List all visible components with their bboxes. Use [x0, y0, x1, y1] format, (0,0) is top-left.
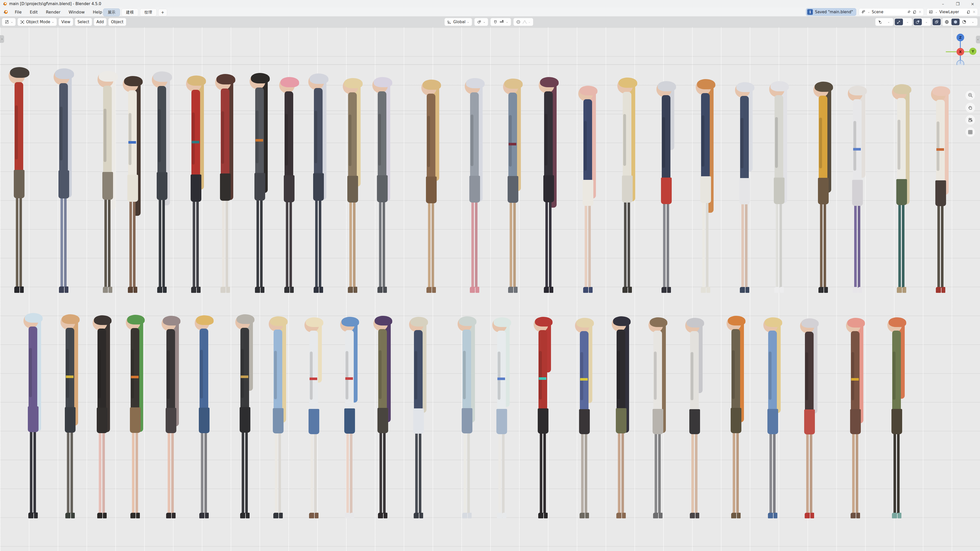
figure-shoe-back	[71, 513, 75, 518]
character-figure-r2-15[interactable]	[529, 317, 557, 518]
viewlayer-name: ViewLayer	[939, 10, 965, 14]
shading-wireframe-button[interactable]	[943, 19, 951, 25]
viewport-3d[interactable]: › ‹ Z X Y	[0, 27, 980, 551]
character-figure-r2-12[interactable]	[404, 317, 433, 518]
character-figure-r1-1[interactable]	[5, 67, 33, 293]
figure-leg-front	[691, 433, 694, 513]
character-figure-r1-25[interactable]	[888, 84, 916, 293]
selectability-filter-button[interactable]	[876, 19, 884, 25]
character-figure-r2-11[interactable]	[369, 316, 397, 518]
navigation-gizmo[interactable]: Z X Y	[944, 32, 977, 65]
character-figure-r2-22[interactable]	[795, 318, 824, 518]
blender-menu-icon[interactable]	[3, 10, 8, 14]
character-figure-r1-5[interactable]	[148, 71, 176, 293]
editor-type-button[interactable]: ⌄	[2, 18, 16, 26]
figure-hips	[891, 409, 902, 434]
character-figure-r2-18[interactable]	[644, 318, 672, 518]
character-figure-r2-8[interactable]	[264, 316, 292, 518]
proportional-editing-controls[interactable]: ⌄	[514, 18, 533, 26]
character-figure-r1-2[interactable]	[50, 68, 78, 293]
camera-view-button[interactable]	[966, 115, 975, 125]
mode-selector[interactable]: Object Mode ⌄	[18, 18, 57, 26]
character-figure-r2-17[interactable]	[607, 316, 635, 518]
transform-orientation-selector[interactable]: Global ⌄	[445, 18, 472, 26]
gizmo-dropdown[interactable]: ⌄	[904, 19, 912, 25]
character-figure-r2-13[interactable]	[453, 316, 481, 518]
workspace-tab-1[interactable]: 展示	[103, 8, 120, 16]
character-figure-r1-18[interactable]	[613, 78, 641, 293]
character-figure-r1-26[interactable]	[927, 86, 955, 293]
character-figure-r2-20[interactable]	[722, 316, 750, 518]
selectability-dropdown[interactable]: ⌄	[885, 19, 893, 25]
main-menu-render[interactable]: Render	[43, 9, 64, 16]
pin-icon[interactable]	[907, 10, 911, 14]
character-figure-r1-10[interactable]	[304, 73, 332, 293]
character-figure-r1-24[interactable]	[843, 86, 872, 293]
character-figure-r1-21[interactable]	[731, 82, 759, 293]
character-figure-r1-19[interactable]	[652, 81, 680, 293]
close-button[interactable]: ×	[965, 0, 980, 8]
character-figure-r1-3[interactable]	[94, 71, 122, 293]
toolbar-expand-tab[interactable]: ›	[0, 35, 4, 43]
overlays-dropdown[interactable]: ⌄	[922, 19, 931, 25]
character-figure-r2-2[interactable]	[56, 314, 84, 518]
viewlayer-selector[interactable]: ⌄ ViewLayer ✕	[926, 8, 978, 16]
figure-leg-front	[428, 202, 431, 287]
character-figure-r2-4[interactable]	[121, 315, 149, 518]
pivot-point-selector[interactable]: ⌄	[474, 18, 488, 26]
ortho-toggle-button[interactable]	[966, 127, 975, 137]
workspace-tab-2[interactable]: 建模	[121, 8, 138, 16]
character-figure-r1-4[interactable]	[119, 76, 147, 293]
character-figure-r1-20[interactable]	[692, 79, 720, 293]
character-figure-r2-1[interactable]	[19, 313, 47, 518]
viewport-menu-select[interactable]: Select	[75, 18, 92, 26]
minimize-button[interactable]: –	[935, 0, 950, 8]
character-figure-r2-14[interactable]	[488, 318, 516, 518]
character-figure-r2-9[interactable]	[300, 318, 328, 518]
character-figure-r1-17[interactable]	[574, 86, 602, 293]
character-figure-r1-8[interactable]	[246, 73, 274, 293]
main-menu-window[interactable]: Window	[65, 9, 88, 16]
pan-button[interactable]	[966, 103, 975, 113]
zoom-button[interactable]	[966, 91, 975, 100]
viewport-menu-object[interactable]: Object	[108, 18, 126, 26]
character-figure-r1-15[interactable]	[499, 79, 527, 293]
main-menu-edit[interactable]: Edit	[27, 9, 41, 16]
character-figure-r2-21[interactable]	[759, 318, 787, 518]
character-figure-r1-9[interactable]	[275, 77, 303, 293]
show-overlays-toggle[interactable]	[914, 19, 922, 25]
character-figure-r1-22[interactable]	[765, 81, 793, 293]
character-figure-r2-6[interactable]	[190, 315, 218, 518]
shading-solid-button[interactable]	[951, 19, 959, 25]
character-figure-r1-14[interactable]	[461, 78, 489, 293]
shading-material-button[interactable]	[960, 19, 968, 25]
character-figure-r2-24[interactable]	[883, 318, 911, 518]
character-figure-r1-7[interactable]	[211, 74, 239, 293]
character-figure-r1-6[interactable]	[182, 76, 210, 293]
character-figure-r1-16[interactable]	[535, 77, 563, 293]
restore-button[interactable]: ❐	[950, 0, 965, 8]
character-figure-r1-11[interactable]	[339, 78, 367, 293]
character-figure-r2-5[interactable]	[157, 316, 185, 518]
shading-dropdown[interactable]: ⌄	[969, 19, 977, 25]
character-figure-r1-12[interactable]	[368, 77, 396, 293]
character-figure-r2-3[interactable]	[88, 315, 116, 518]
workspace-tab-3[interactable]: 纹理	[140, 8, 157, 16]
viewport-menu-view[interactable]: View	[59, 18, 73, 26]
add-workspace-button[interactable]: +	[158, 9, 167, 16]
snapping-controls[interactable]: ⌄	[490, 18, 511, 26]
viewport-menu-add[interactable]: Add	[94, 18, 107, 26]
show-gizmo-toggle[interactable]	[895, 19, 903, 25]
toggle-xray-button[interactable]	[932, 19, 941, 25]
new-scene-icon[interactable]	[913, 10, 917, 14]
character-figure-r2-10[interactable]	[336, 317, 364, 518]
character-figure-r1-13[interactable]	[417, 79, 445, 293]
main-menu-file[interactable]: File	[12, 9, 25, 16]
character-figure-r2-19[interactable]	[681, 318, 709, 518]
character-figure-r1-23[interactable]	[809, 82, 837, 293]
new-viewlayer-icon[interactable]	[966, 10, 970, 14]
character-figure-r2-7[interactable]	[231, 314, 259, 518]
scene-selector[interactable]: ⌄ Scene ✕	[859, 8, 924, 16]
character-figure-r2-23[interactable]	[842, 318, 870, 518]
character-figure-r2-16[interactable]	[570, 318, 598, 518]
